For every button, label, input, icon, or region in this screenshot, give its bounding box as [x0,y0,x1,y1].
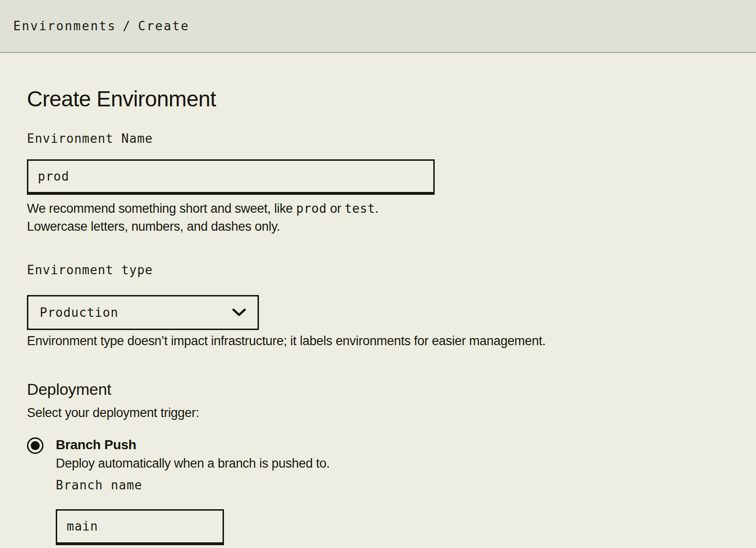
breadcrumb: Environments / Create [13,19,189,33]
branch-push-option-label: Branch Push [56,436,330,453]
branch-name-label: Branch name [56,479,330,491]
environment-name-label: Environment Name [27,132,729,145]
breadcrumb-item-environments[interactable]: Environments [13,19,116,33]
environment-name-input[interactable] [27,159,435,195]
help-text-segment: We recommend something short and sweet, … [27,201,296,216]
environment-name-help-line2: Lowercase letters, numbers, and dashes o… [27,219,280,234]
breadcrumb-item-create: Create [138,19,189,33]
deployment-option-branch-push: Branch Push Deploy automatically when a … [27,436,729,545]
branch-push-option-body: Branch Push Deploy automatically when a … [56,436,330,545]
branch-push-option-description: Deploy automatically when a branch is pu… [56,454,330,472]
environment-name-help: We recommend something short and sweet, … [27,200,452,235]
help-text-segment: or [326,201,344,216]
inline-code-prod: prod [296,201,327,216]
page-title: Create Environment [27,87,729,112]
radio-selected-dot [31,441,40,450]
inline-code-test: test [344,201,375,216]
environment-type-select[interactable]: Production [27,295,259,330]
deployment-section-title: Deployment [27,380,729,399]
breadcrumb-bar: Environments / Create [0,0,756,53]
environment-type-selected-value: Production [40,305,119,320]
deployment-trigger-subtitle: Select your deployment trigger: [27,404,729,422]
help-text-segment: . [375,201,378,216]
branch-push-radio[interactable] [27,437,43,454]
breadcrumb-separator: / [123,19,131,33]
branch-name-input[interactable] [56,509,224,545]
environment-type-help: Environment type doesn’t impact infrastr… [27,332,729,350]
create-environment-form: Create Environment Environment Name We r… [0,87,756,545]
environment-type-label: Environment type [27,264,729,276]
chevron-down-icon [232,308,246,317]
